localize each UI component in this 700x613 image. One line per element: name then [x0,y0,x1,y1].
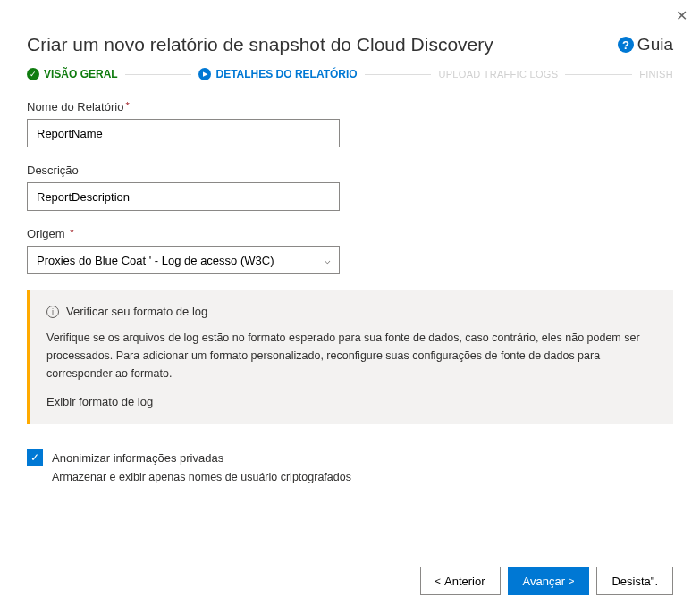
dialog-footer: < Anterior Avançar > Desista". [420,567,673,595]
anonymize-label[interactable]: Anonimizar informações privadas [52,451,223,465]
chevron-right-icon: > [569,575,574,586]
close-button[interactable]: ✕ [676,9,687,23]
dialog-title: Criar um novo relatório de snapshot do C… [27,34,493,55]
view-log-format-link[interactable]: Exibir formato de log [46,395,153,408]
guide-label: Guia [637,35,673,55]
help-icon: ? [618,37,634,53]
source-label: Origem * [27,227,673,240]
report-name-input[interactable] [27,119,340,147]
anonymize-checkbox[interactable]: ✓ [27,449,43,466]
info-icon: i [46,306,59,318]
step-separator [125,74,192,75]
verify-log-format-panel: i Verificar seu formato de log Verifique… [27,290,673,424]
anonymize-section: ✓ Anonimizar informações privadas Armaze… [27,449,673,483]
check-icon: ✓ [27,68,39,80]
step-upload-logs: UPLOAD TRAFFIC LOGS [438,69,558,80]
dialog-header: Criar um novo relatório de snapshot do C… [27,34,673,55]
wizard-steps: ✓ VISÃO GERAL ▶ DETALHES DO RELATÓRIO UP… [27,68,673,80]
cancel-button[interactable]: Desista". [596,567,673,595]
info-panel-title: Verificar seu formato de log [66,305,207,318]
field-report-name: Nome do Relatório* [27,100,673,147]
anonymize-sublabel: Armazenar e exibir apenas nomes de usuár… [52,471,673,483]
step-finish: FINISH [639,69,673,80]
step-separator [365,74,432,75]
field-description: Descrição [27,164,673,211]
required-star-icon: * [70,227,73,238]
description-input[interactable] [27,182,340,211]
current-step-icon: ▶ [198,68,211,80]
next-button[interactable]: Avançar > [508,567,590,595]
chevron-left-icon: < [435,575,441,586]
check-icon: ✓ [30,451,39,464]
info-panel-text: Verifique se os arquivos de log estão no… [46,329,657,382]
field-source: Origem * ⌵ [27,227,673,274]
description-label: Descrição [27,164,673,177]
required-star-icon: * [125,100,129,111]
close-icon: ✕ [676,8,687,23]
step-separator [565,74,632,75]
guide-link[interactable]: ? Guia [618,35,673,55]
report-name-label: Nome do Relatório* [27,100,673,113]
source-select[interactable] [27,246,340,274]
step-report-details[interactable]: ▶ DETALHES DO RELATÓRIO [198,68,357,80]
previous-button[interactable]: < Anterior [420,567,501,595]
step-overview[interactable]: ✓ VISÃO GERAL [27,68,118,80]
